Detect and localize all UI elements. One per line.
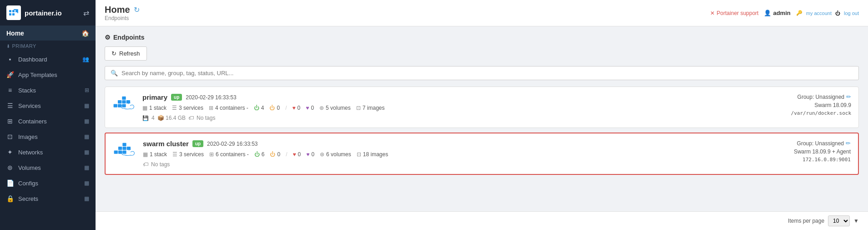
svg-rect-14 [126,100,130,103]
stat-degraded-swarm: ♥ 0 [306,151,314,158]
endpoint-name-primary[interactable]: primary [142,93,167,101]
my-account-link[interactable]: my account [806,10,832,16]
endpoint-card-swarm-cluster[interactable]: swarm cluster up 2020-02-29 16:33:53 ▦ 1… [105,133,859,175]
logout-icon: ⏻ [835,10,840,16]
group-label-primary: Group: Unassigned ✏ [797,93,851,100]
edit-group-icon-swarm[interactable]: ✏ [846,140,851,147]
unhealthy-icon: ♥ [292,105,295,111]
admin-person-icon: 👤 [764,10,771,16]
volumes-stat-icon-swarm: ⊛ [320,151,324,158]
volumes-icon: ⊛ [6,164,14,171]
endpoint-name-swarm[interactable]: swarm cluster [143,140,189,148]
sidebar-header: portainer.io ⇄ [0,0,96,26]
endpoint-time-swarm: 2020-02-29 16:33:53 [207,141,257,147]
svg-rect-15 [114,150,118,153]
items-per-page-label: Items per page [788,218,824,224]
sidebar-item-secrets[interactable]: 🔒 Secrets ▦ [0,191,96,206]
endpoint-status-primary: up [171,94,182,101]
logo-icon [6,5,21,20]
sidebar-item-volumes[interactable]: ⊛ Volumes ▦ [0,160,96,175]
logo-text: portainer.io [25,9,62,17]
endpoint-tech-swarm: Swarm 18.09.9 + Agent [794,148,851,155]
stat-services-swarm: ☰ 3 services [172,151,204,158]
sidebar-item-label-containers: Containers [18,118,47,125]
sidebar-item-services[interactable]: ☰ Services ▦ [0,98,96,113]
edit-group-icon-primary[interactable]: ✏ [846,93,851,100]
volumes-stat-icon: ⊛ [319,105,324,111]
endpoint-tags-swarm: 🏷 No tags [143,161,388,168]
services-icon: ☰ [6,102,14,109]
secrets-icon: 🔒 [6,195,14,202]
refresh-button[interactable]: ↻ Refresh [105,46,147,61]
tags-icon-swarm: 🏷 [143,161,148,168]
sidebar-item-dashboard[interactable]: ▪ Dashboard 👥 [0,51,96,67]
degraded-icon-swarm: ♥ [306,151,309,158]
svg-rect-19 [122,147,126,150]
topbar-refresh-icon[interactable]: ↻ [134,5,140,14]
images-stat-icon: ⊡ [356,105,361,111]
sidebar-item-app-templates[interactable]: 🚀 App Templates [0,67,96,82]
key-icon: 🔑 [796,10,802,16]
sidebar-logo: portainer.io [6,5,62,20]
svg-rect-0 [9,10,11,12]
images-badge: ▦ [84,133,89,140]
svg-rect-11 [118,100,121,103]
containers-stat-icon-swarm: ⊞ [209,151,214,158]
svg-rect-9 [118,104,121,107]
stopped-icon-swarm: ⏻ [270,151,275,158]
primary-section: PRIMARY [0,41,96,51]
account-links: 🔑 my account ⏻ log out [796,10,859,16]
sidebar-item-stacks[interactable]: ≡ Stacks ⊞ [0,82,96,98]
stat-volumes-swarm: ⊛ 6 volumes [320,151,351,158]
items-per-page-select[interactable]: 10 25 50 [828,215,850,226]
topbar-left: Home ↻ Endpoints [105,5,140,21]
sidebar-home-nav[interactable]: Home 🏠 [0,26,96,41]
endpoint-name-row-primary: primary up 2020-02-29 16:33:53 [142,93,385,101]
svg-rect-12 [122,100,126,103]
docker-icon-swarm [113,140,136,164]
stat-running-swarm: ⏻ 6 [254,151,265,158]
dashboard-icon: ▪ [6,56,14,63]
portainer-logo-icon [8,7,19,18]
stat-stacks-primary: ▦ 1 stack [142,105,167,111]
sidebar: portainer.io ⇄ Home 🏠 PRIMARY ▪ Dashboar… [0,0,96,230]
svg-rect-13 [122,97,126,100]
sidebar-toggle-icon[interactable]: ⇄ [83,9,89,17]
tags-icon-primary: 🏷 [188,115,194,121]
svg-rect-6 [17,9,18,13]
services-stat-icon-swarm: ☰ [172,151,177,158]
endpoints-section-header: ⚙ Endpoints [105,34,859,41]
sidebar-item-networks[interactable]: ✦ Networks ▦ [0,144,96,160]
sidebar-item-label-networks: Networks [18,149,43,156]
containers-stat-icon: ⊞ [209,105,213,111]
refresh-btn-icon: ↻ [111,50,116,57]
sidebar-item-label-volumes: Volumes [18,164,41,171]
endpoint-card-primary[interactable]: primary up 2020-02-29 16:33:53 ▦ 1 stack… [105,87,859,128]
primary-label: PRIMARY [12,43,36,49]
log-out-link[interactable]: log out [844,10,859,16]
footer: Items per page 10 25 50 ▼ [96,211,868,230]
stacks-badge: ⊞ [85,87,89,93]
search-bar: 🔍 [105,66,859,80]
search-input[interactable] [121,70,853,77]
sidebar-item-configs[interactable]: 📄 Configs ▦ [0,175,96,191]
endpoints-header-label: Endpoints [113,34,144,41]
sidebar-item-label-stacks: Stacks [18,87,36,94]
portainer-support-link[interactable]: ✕ Portainer support [710,10,758,16]
svg-rect-8 [114,104,117,107]
sidebar-item-images[interactable]: ⊡ Images ▦ [0,129,96,144]
svg-rect-21 [127,147,131,150]
sidebar-item-label-services: Services [18,102,41,109]
svg-rect-3 [9,13,11,15]
svg-rect-1 [12,10,15,12]
svg-rect-16 [118,150,122,153]
containers-badge: ▦ [84,118,89,124]
stat-services-primary: ☰ 3 services [172,105,203,111]
topbar: Home ↻ Endpoints ✕ Portainer support 👤 a… [96,0,868,26]
stat-containers-swarm: ⊞ 6 containers - [209,151,249,158]
sidebar-item-containers[interactable]: ⊞ Containers ▦ [0,113,96,129]
endpoint-tech-primary: Swarm 18.09.9 [814,102,851,108]
svg-rect-18 [118,147,122,150]
svg-rect-10 [122,104,126,107]
endpoint-stats-primary: ▦ 1 stack ☰ 3 services ⊞ 4 containers - [142,105,385,111]
